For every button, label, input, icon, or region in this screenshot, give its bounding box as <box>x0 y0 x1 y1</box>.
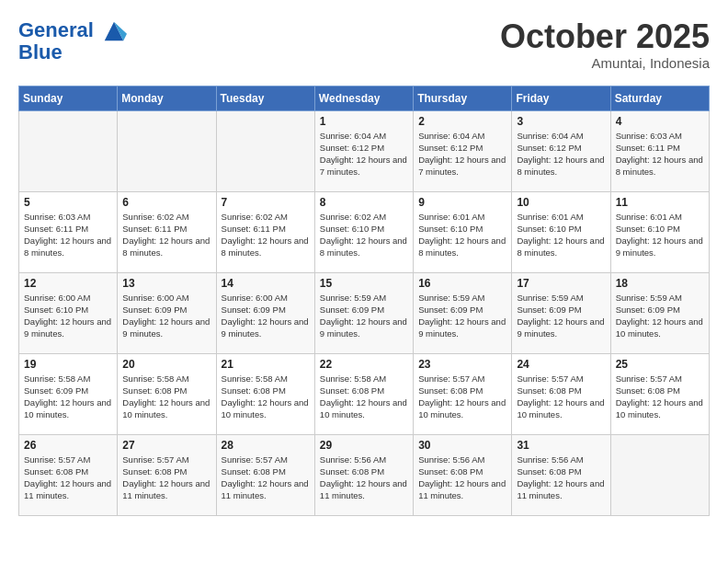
day-info: Sunrise: 6:00 AMSunset: 6:10 PMDaylight:… <box>24 292 112 340</box>
day-number: 2 <box>418 115 506 128</box>
day-info: Sunrise: 5:57 AMSunset: 6:08 PMDaylight:… <box>24 454 112 502</box>
day-info: Sunrise: 6:02 AMSunset: 6:11 PMDaylight:… <box>122 211 210 259</box>
calendar-cell: 30Sunrise: 5:56 AMSunset: 6:08 PMDayligh… <box>414 434 512 515</box>
calendar-cell <box>19 110 118 191</box>
day-number: 26 <box>24 439 112 452</box>
weekday-header-monday: Monday <box>118 86 216 110</box>
weekday-header-wednesday: Wednesday <box>314 86 413 110</box>
day-info: Sunrise: 6:01 AMSunset: 6:10 PMDaylight:… <box>418 211 506 259</box>
day-number: 17 <box>517 277 605 290</box>
calendar-cell: 3Sunrise: 6:04 AMSunset: 6:12 PMDaylight… <box>512 110 610 191</box>
day-number: 13 <box>122 277 210 290</box>
calendar-cell: 10Sunrise: 6:01 AMSunset: 6:10 PMDayligh… <box>512 191 610 272</box>
weekday-header-sunday: Sunday <box>19 86 118 110</box>
day-number: 22 <box>320 358 408 371</box>
day-info: Sunrise: 6:01 AMSunset: 6:10 PMDaylight:… <box>517 211 605 259</box>
calendar-cell: 7Sunrise: 6:02 AMSunset: 6:11 PMDaylight… <box>216 191 314 272</box>
day-number: 29 <box>320 439 408 452</box>
title-block: October 2025 Amuntai, Indonesia <box>500 18 710 71</box>
day-number: 12 <box>24 277 112 290</box>
calendar-cell: 2Sunrise: 6:04 AMSunset: 6:12 PMDaylight… <box>414 110 512 191</box>
calendar-cell: 26Sunrise: 5:57 AMSunset: 6:08 PMDayligh… <box>19 434 118 515</box>
day-info: Sunrise: 5:59 AMSunset: 6:09 PMDaylight:… <box>418 292 506 340</box>
day-number: 1 <box>320 115 408 128</box>
day-number: 24 <box>517 358 605 371</box>
day-info: Sunrise: 5:59 AMSunset: 6:09 PMDaylight:… <box>320 292 408 340</box>
calendar-cell: 5Sunrise: 6:03 AMSunset: 6:11 PMDaylight… <box>19 191 118 272</box>
day-info: Sunrise: 5:58 AMSunset: 6:08 PMDaylight:… <box>320 373 408 421</box>
weekday-header-thursday: Thursday <box>414 86 512 110</box>
calendar-cell: 11Sunrise: 6:01 AMSunset: 6:10 PMDayligh… <box>610 191 709 272</box>
calendar-cell: 8Sunrise: 6:02 AMSunset: 6:10 PMDaylight… <box>314 191 413 272</box>
calendar-cell: 15Sunrise: 5:59 AMSunset: 6:09 PMDayligh… <box>314 272 413 353</box>
day-number: 15 <box>320 277 408 290</box>
calendar-cell: 18Sunrise: 5:59 AMSunset: 6:09 PMDayligh… <box>610 272 709 353</box>
calendar-cell <box>118 110 216 191</box>
page-header: General Blue October 2025 Amuntai, Indon… <box>18 18 710 71</box>
day-number: 16 <box>418 277 506 290</box>
day-info: Sunrise: 6:02 AMSunset: 6:10 PMDaylight:… <box>320 211 408 259</box>
calendar-cell: 22Sunrise: 5:58 AMSunset: 6:08 PMDayligh… <box>314 353 413 434</box>
weekday-header-friday: Friday <box>512 86 610 110</box>
calendar-cell: 31Sunrise: 5:56 AMSunset: 6:08 PMDayligh… <box>512 434 610 515</box>
calendar-cell: 23Sunrise: 5:57 AMSunset: 6:08 PMDayligh… <box>414 353 512 434</box>
day-info: Sunrise: 6:00 AMSunset: 6:09 PMDaylight:… <box>122 292 210 340</box>
day-number: 28 <box>222 439 310 452</box>
weekday-header-saturday: Saturday <box>610 86 709 110</box>
calendar-cell: 12Sunrise: 6:00 AMSunset: 6:10 PMDayligh… <box>19 272 118 353</box>
day-info: Sunrise: 6:04 AMSunset: 6:12 PMDaylight:… <box>418 130 506 178</box>
calendar-cell <box>610 434 709 515</box>
day-info: Sunrise: 5:57 AMSunset: 6:08 PMDaylight:… <box>418 373 506 421</box>
day-info: Sunrise: 5:56 AMSunset: 6:08 PMDaylight:… <box>517 454 605 502</box>
calendar-table: SundayMondayTuesdayWednesdayThursdayFrid… <box>18 86 710 516</box>
day-info: Sunrise: 5:58 AMSunset: 6:08 PMDaylight:… <box>122 373 210 421</box>
calendar-cell: 29Sunrise: 5:56 AMSunset: 6:08 PMDayligh… <box>314 434 413 515</box>
calendar-cell: 21Sunrise: 5:58 AMSunset: 6:08 PMDayligh… <box>216 353 314 434</box>
calendar-cell: 25Sunrise: 5:57 AMSunset: 6:08 PMDayligh… <box>610 353 709 434</box>
day-info: Sunrise: 6:01 AMSunset: 6:10 PMDaylight:… <box>616 211 704 259</box>
day-number: 3 <box>517 115 605 128</box>
calendar-week-3: 12Sunrise: 6:00 AMSunset: 6:10 PMDayligh… <box>19 272 710 353</box>
day-info: Sunrise: 6:00 AMSunset: 6:09 PMDaylight:… <box>222 292 310 340</box>
calendar-week-1: 1Sunrise: 6:04 AMSunset: 6:12 PMDaylight… <box>19 110 710 191</box>
day-info: Sunrise: 5:57 AMSunset: 6:08 PMDaylight:… <box>517 373 605 421</box>
day-info: Sunrise: 6:03 AMSunset: 6:11 PMDaylight:… <box>616 130 704 178</box>
calendar-cell: 14Sunrise: 6:00 AMSunset: 6:09 PMDayligh… <box>216 272 314 353</box>
day-number: 19 <box>24 358 112 371</box>
logo-icon <box>101 18 127 44</box>
day-number: 8 <box>320 196 408 209</box>
calendar-cell: 16Sunrise: 5:59 AMSunset: 6:09 PMDayligh… <box>414 272 512 353</box>
day-info: Sunrise: 5:58 AMSunset: 6:09 PMDaylight:… <box>24 373 112 421</box>
calendar-cell: 27Sunrise: 5:57 AMSunset: 6:08 PMDayligh… <box>118 434 216 515</box>
day-number: 31 <box>517 439 605 452</box>
day-number: 10 <box>517 196 605 209</box>
day-number: 6 <box>122 196 210 209</box>
day-number: 20 <box>122 358 210 371</box>
day-number: 21 <box>222 358 310 371</box>
day-info: Sunrise: 5:58 AMSunset: 6:08 PMDaylight:… <box>222 373 310 421</box>
weekday-header-row: SundayMondayTuesdayWednesdayThursdayFrid… <box>19 86 710 110</box>
calendar-week-4: 19Sunrise: 5:58 AMSunset: 6:09 PMDayligh… <box>19 353 710 434</box>
calendar-cell: 9Sunrise: 6:01 AMSunset: 6:10 PMDaylight… <box>414 191 512 272</box>
day-info: Sunrise: 5:59 AMSunset: 6:09 PMDaylight:… <box>616 292 704 340</box>
day-number: 25 <box>616 358 704 371</box>
weekday-header-tuesday: Tuesday <box>216 86 314 110</box>
day-info: Sunrise: 5:57 AMSunset: 6:08 PMDaylight:… <box>222 454 310 502</box>
calendar-week-5: 26Sunrise: 5:57 AMSunset: 6:08 PMDayligh… <box>19 434 710 515</box>
calendar-cell <box>216 110 314 191</box>
day-number: 23 <box>418 358 506 371</box>
calendar-cell: 28Sunrise: 5:57 AMSunset: 6:08 PMDayligh… <box>216 434 314 515</box>
day-number: 18 <box>616 277 704 290</box>
day-number: 7 <box>222 196 310 209</box>
day-info: Sunrise: 5:57 AMSunset: 6:08 PMDaylight:… <box>616 373 704 421</box>
day-number: 9 <box>418 196 506 209</box>
day-info: Sunrise: 6:04 AMSunset: 6:12 PMDaylight:… <box>517 130 605 178</box>
location-subtitle: Amuntai, Indonesia <box>500 55 710 71</box>
day-number: 30 <box>418 439 506 452</box>
day-info: Sunrise: 6:04 AMSunset: 6:12 PMDaylight:… <box>320 130 408 178</box>
calendar-cell: 20Sunrise: 5:58 AMSunset: 6:08 PMDayligh… <box>118 353 216 434</box>
calendar-cell: 4Sunrise: 6:03 AMSunset: 6:11 PMDaylight… <box>610 110 709 191</box>
day-info: Sunrise: 5:57 AMSunset: 6:08 PMDaylight:… <box>122 454 210 502</box>
calendar-cell: 13Sunrise: 6:00 AMSunset: 6:09 PMDayligh… <box>118 272 216 353</box>
calendar-cell: 1Sunrise: 6:04 AMSunset: 6:12 PMDaylight… <box>314 110 413 191</box>
